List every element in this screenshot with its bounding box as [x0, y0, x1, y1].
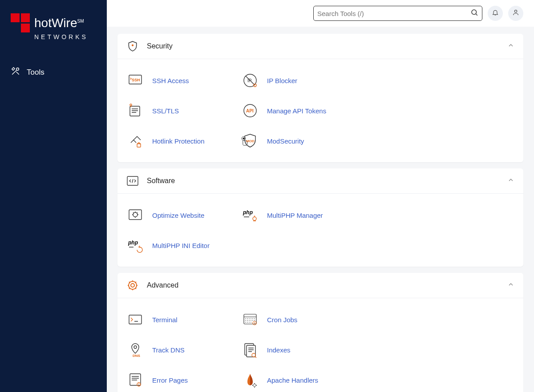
- tool-manage-api-tokens[interactable]: API Manage API Tokens: [241, 98, 352, 123]
- notifications-button[interactable]: [488, 6, 503, 21]
- svg-point-1: [472, 10, 477, 15]
- svg-rect-13: [137, 144, 141, 147]
- tool-error-pages[interactable]: Error Pages: [126, 368, 238, 392]
- tool-ssl-tls[interactable]: SSL/TLS: [126, 98, 238, 123]
- sidebar-item-tools[interactable]: Tools: [11, 63, 96, 82]
- tool-label: MultiPHP Manager: [267, 212, 323, 219]
- tool-ip-blocker[interactable]: IP IP Blocker: [241, 68, 352, 93]
- svg-point-28: [247, 318, 248, 319]
- svg-point-42: [251, 322, 251, 323]
- search-icon: [470, 8, 478, 18]
- panel-software: Software Optimize Website: [117, 168, 523, 267]
- panel-header-software[interactable]: Software: [117, 168, 523, 194]
- search-box[interactable]: [313, 6, 482, 21]
- tool-label: SSL/TLS: [152, 107, 179, 115]
- panel-header-advanced[interactable]: Advanced: [117, 273, 523, 298]
- php-manager-icon: php: [241, 206, 259, 224]
- brand-logo: hotWireSM NETWORKS: [0, 13, 107, 58]
- svg-text:SSH: SSH: [132, 78, 140, 82]
- tool-label: IP Blocker: [267, 77, 297, 84]
- svg-point-2: [514, 10, 517, 12]
- panel-title: Software: [147, 177, 499, 185]
- dns-icon: DNS: [126, 341, 144, 359]
- tool-label: Terminal: [152, 316, 178, 324]
- svg-point-30: [251, 318, 251, 319]
- error-pages-icon: [126, 371, 144, 389]
- tool-label: Optimize Website: [152, 212, 204, 219]
- hotlink-icon: [126, 132, 144, 150]
- modsecurity-icon: MOD: [241, 132, 259, 150]
- brand-subtitle: NETWORKS: [34, 33, 96, 40]
- php-ini-icon: php: [126, 236, 144, 254]
- api-icon: API: [241, 102, 259, 120]
- sidebar: hotWireSM NETWORKS Tools: [0, 0, 107, 392]
- tool-label: MultiPHP INI Editor: [152, 242, 210, 249]
- cron-icon: [241, 311, 259, 328]
- svg-text:php: php: [128, 240, 138, 246]
- svg-text:IP: IP: [247, 78, 252, 83]
- svg-point-32: [254, 318, 255, 319]
- tool-apache-handlers[interactable]: Apache Handlers: [241, 368, 352, 392]
- chevron-up-icon: [507, 42, 514, 51]
- shield-icon: [126, 40, 139, 52]
- tools-icon: [11, 66, 20, 78]
- svg-point-44: [134, 346, 137, 348]
- tool-label: Apache Handlers: [267, 376, 318, 384]
- tool-indexes[interactable]: Indexes: [241, 337, 352, 362]
- tool-optimize-website[interactable]: Optimize Website: [126, 203, 238, 228]
- svg-point-34: [247, 320, 248, 321]
- tool-label: Manage API Tokens: [267, 107, 326, 115]
- panel-title: Advanced: [147, 281, 499, 289]
- gear-icon: [126, 279, 139, 292]
- brand-logo-mark: [11, 13, 30, 32]
- tool-multiphp-ini-editor[interactable]: php MultiPHP INI Editor: [126, 233, 238, 258]
- svg-point-33: [245, 320, 246, 321]
- svg-rect-9: [130, 106, 140, 116]
- indexes-icon: [241, 341, 259, 359]
- tool-track-dns[interactable]: DNS Track DNS: [126, 337, 238, 362]
- panel-title: Security: [147, 42, 499, 50]
- svg-point-41: [249, 322, 250, 323]
- tool-hotlink-protection[interactable]: Hotlink Protection: [126, 128, 238, 153]
- svg-point-31: [252, 318, 253, 319]
- account-button[interactable]: [508, 6, 523, 21]
- search-input[interactable]: [317, 10, 470, 17]
- terminal-icon: [126, 311, 144, 328]
- tool-cron-jobs[interactable]: Cron Jobs: [241, 307, 352, 332]
- svg-point-21: [253, 217, 256, 220]
- svg-point-35: [249, 320, 250, 321]
- ip-blocker-icon: IP: [241, 72, 259, 89]
- tool-label: Error Pages: [152, 376, 188, 384]
- tool-label: ModSecurity: [267, 137, 304, 145]
- svg-point-3: [132, 44, 134, 46]
- tool-terminal[interactable]: Terminal: [126, 307, 238, 332]
- svg-rect-47: [247, 345, 255, 357]
- svg-point-37: [252, 320, 253, 321]
- svg-rect-18: [129, 210, 142, 220]
- svg-text:DNS: DNS: [133, 354, 141, 358]
- panel-header-security[interactable]: Security: [117, 34, 523, 59]
- svg-point-36: [251, 320, 251, 321]
- tool-multiphp-manager[interactable]: php MultiPHP Manager: [241, 203, 352, 228]
- chevron-up-icon: [507, 281, 514, 290]
- svg-point-10: [130, 104, 132, 106]
- brand-name: hotWire: [34, 16, 77, 30]
- main-area: Security SSH SSH A: [107, 0, 534, 392]
- ssl-icon: [126, 102, 144, 120]
- svg-rect-25: [129, 315, 142, 324]
- sidebar-item-label: Tools: [27, 68, 44, 77]
- svg-point-38: [254, 320, 255, 321]
- svg-point-29: [249, 318, 250, 319]
- svg-text:php: php: [243, 209, 253, 216]
- service-mark: SM: [77, 18, 84, 23]
- tool-modsecurity[interactable]: MOD ModSecurity: [241, 128, 352, 153]
- tool-ssh-access[interactable]: SSH SSH Access: [126, 68, 238, 93]
- svg-point-0: [16, 68, 19, 71]
- panel-security: Security SSH SSH A: [117, 34, 523, 162]
- tool-label: Indexes: [267, 346, 291, 354]
- code-icon: [126, 175, 139, 187]
- topbar: [107, 0, 534, 27]
- chevron-up-icon: [507, 176, 514, 185]
- apache-icon: [241, 371, 259, 389]
- svg-text:MOD: MOD: [246, 139, 255, 143]
